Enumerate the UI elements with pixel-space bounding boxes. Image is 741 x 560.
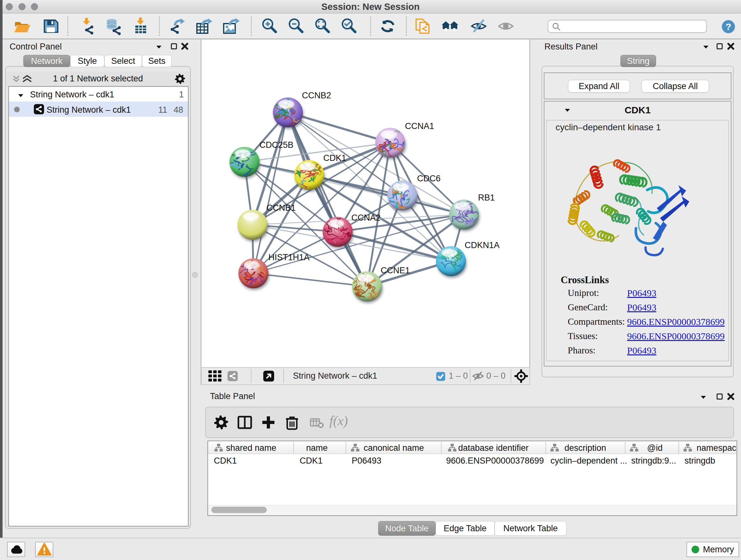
svg-text:CCNB1: CCNB1 — [266, 203, 296, 212]
svg-text:HIST1H1A: HIST1H1A — [268, 253, 310, 262]
svg-text:CDKN1A: CDKN1A — [465, 240, 500, 250]
svg-text:CCNA2: CCNA2 — [351, 213, 381, 223]
svg-text:CCNE1: CCNE1 — [381, 266, 410, 275]
svg-text:CDC25B: CDC25B — [259, 140, 293, 150]
svg-text:CDK1: CDK1 — [323, 153, 346, 163]
svg-text:CDC6: CDC6 — [417, 174, 441, 183]
svg-text:RB1: RB1 — [478, 193, 495, 202]
svg-text:CCNB2: CCNB2 — [302, 91, 331, 100]
svg-text:CCNA1: CCNA1 — [405, 121, 434, 131]
